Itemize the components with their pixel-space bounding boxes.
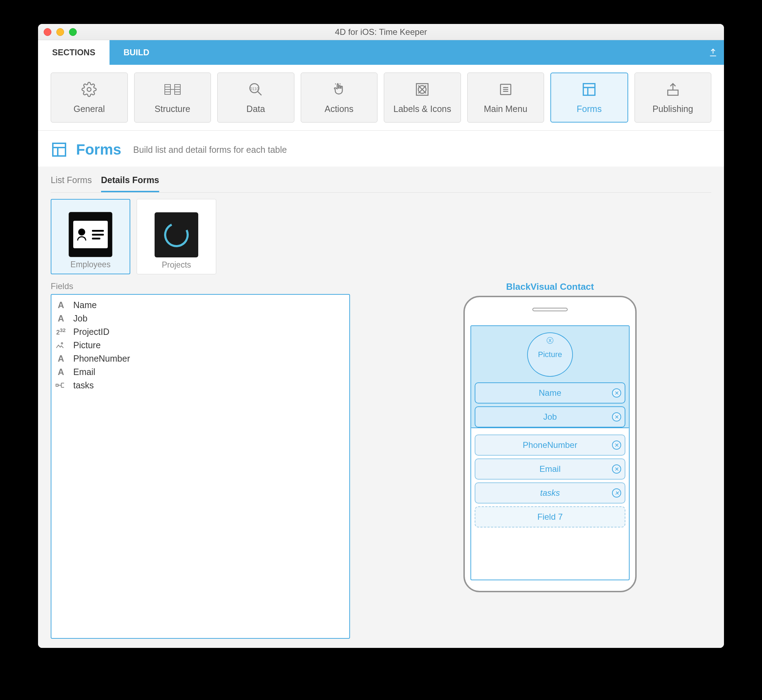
svg-rect-22 bbox=[584, 83, 595, 95]
employees-thumbnail bbox=[69, 212, 112, 257]
nav-forms[interactable]: Forms bbox=[550, 72, 628, 122]
editor-area: Fields A Name A Job 232 ProjectID bbox=[51, 281, 711, 639]
template-name: BlackVisual Contact bbox=[506, 281, 594, 292]
page-subtitle: Build list and detail forms for each tab… bbox=[133, 145, 287, 155]
slot-label: tasks bbox=[540, 488, 560, 498]
svg-rect-26 bbox=[53, 143, 66, 156]
menu-icon bbox=[498, 81, 514, 97]
form-canvas[interactable]: ⓧ Picture Name ✕ Job ✕ bbox=[470, 325, 629, 580]
slot-tasks[interactable]: tasks ✕ bbox=[475, 483, 625, 503]
nav-actions[interactable]: Actions bbox=[301, 72, 378, 122]
forms-icon bbox=[581, 81, 597, 97]
upload-button[interactable] bbox=[702, 40, 724, 65]
structure-icon bbox=[164, 81, 181, 97]
field-label: Email bbox=[73, 367, 95, 377]
subtab-list-forms[interactable]: List Forms bbox=[51, 172, 92, 192]
svg-rect-25 bbox=[668, 90, 678, 95]
nav-main-menu[interactable]: Main Menu bbox=[467, 72, 544, 122]
nav-general[interactable]: General bbox=[51, 72, 128, 122]
field-item-email[interactable]: A Email bbox=[56, 365, 345, 378]
app-window: 4D for iOS: Time Keeper SECTIONS BUILD G… bbox=[38, 24, 724, 648]
remove-icon[interactable]: ✕ bbox=[612, 441, 621, 450]
fields-heading: Fields bbox=[51, 281, 350, 291]
body-section: PhoneNumber ✕ Email ✕ tasks ✕ bbox=[471, 428, 629, 528]
window-title: 4D for iOS: Time Keeper bbox=[38, 27, 724, 37]
nav-labels-icons[interactable]: Labels & Icons bbox=[384, 72, 461, 122]
svg-text:0110: 0110 bbox=[250, 86, 258, 91]
field-item-name[interactable]: A Name bbox=[56, 298, 345, 312]
text-type-icon: A bbox=[56, 367, 66, 377]
integer-type-icon: 232 bbox=[56, 327, 66, 336]
field-item-picture[interactable]: Picture bbox=[56, 338, 345, 352]
subtab-details-forms[interactable]: Details Forms bbox=[101, 172, 159, 192]
field-item-tasks[interactable]: tasks bbox=[56, 378, 345, 392]
forms-heading-icon bbox=[51, 141, 68, 158]
remove-icon[interactable]: ✕ bbox=[612, 464, 621, 473]
top-tabbar: SECTIONS BUILD bbox=[38, 40, 724, 65]
phone-speaker bbox=[532, 308, 568, 311]
field-label: Job bbox=[73, 313, 87, 323]
nav-structure[interactable]: Structure bbox=[134, 72, 211, 122]
page-title: Forms bbox=[76, 141, 121, 158]
slot-name[interactable]: Name ✕ bbox=[475, 383, 625, 403]
traffic-lights bbox=[44, 28, 77, 36]
slot-label: Email bbox=[539, 464, 561, 474]
remove-icon[interactable]: ✕ bbox=[612, 388, 621, 397]
maximize-window-button[interactable] bbox=[69, 28, 77, 36]
section-nav: General Structure 0110 Data Actions bbox=[38, 65, 724, 131]
svg-line-11 bbox=[258, 91, 262, 95]
text-type-icon: A bbox=[56, 353, 66, 364]
remove-icon[interactable]: ✕ bbox=[612, 412, 621, 422]
svg-point-13 bbox=[337, 83, 338, 84]
field-item-projectid[interactable]: 232 ProjectID bbox=[56, 325, 345, 338]
remove-icon[interactable]: ✕ bbox=[612, 488, 621, 497]
nav-label: Actions bbox=[325, 104, 353, 114]
form-subtabs: List Forms Details Forms bbox=[51, 167, 711, 192]
page-heading: Forms Build list and detail forms for ea… bbox=[38, 131, 724, 167]
slot-label: Field 7 bbox=[537, 512, 563, 522]
svg-rect-30 bbox=[56, 384, 58, 386]
nav-label: Data bbox=[247, 104, 265, 114]
tab-sections[interactable]: SECTIONS bbox=[38, 40, 109, 65]
field-label: Name bbox=[73, 300, 97, 310]
table-card-employees[interactable]: Employees bbox=[51, 199, 130, 274]
nav-data[interactable]: 0110 Data bbox=[217, 72, 294, 122]
nav-label: Publishing bbox=[653, 104, 693, 114]
table-card-projects[interactable]: Projects bbox=[137, 199, 216, 274]
field-label: Picture bbox=[73, 340, 101, 350]
table-selector: Employees Projects bbox=[51, 192, 711, 281]
nav-label: Labels & Icons bbox=[393, 104, 451, 114]
field-label: tasks bbox=[73, 380, 94, 391]
remove-icon[interactable]: ⓧ bbox=[547, 336, 554, 345]
slot-placeholder[interactable]: Field 7 bbox=[475, 506, 625, 528]
slot-label: PhoneNumber bbox=[523, 440, 578, 450]
text-type-icon: A bbox=[56, 313, 66, 323]
relation-type-icon bbox=[56, 382, 66, 389]
nav-publishing[interactable]: Publishing bbox=[634, 72, 712, 122]
slot-label: Name bbox=[539, 388, 561, 398]
slot-email[interactable]: Email ✕ bbox=[475, 458, 625, 480]
field-label: PhoneNumber bbox=[73, 353, 130, 364]
field-label: ProjectID bbox=[73, 327, 109, 337]
labels-icon bbox=[414, 81, 430, 97]
field-item-phonenumber[interactable]: A PhoneNumber bbox=[56, 352, 345, 365]
upload-icon bbox=[709, 48, 718, 57]
work-area: List Forms Details Forms bbox=[38, 167, 724, 648]
text-type-icon: A bbox=[56, 300, 66, 310]
table-label: Employees bbox=[70, 260, 111, 269]
field-item-job[interactable]: A Job bbox=[56, 312, 345, 325]
slot-label: Job bbox=[543, 412, 557, 422]
fields-column: Fields A Name A Job 232 ProjectID bbox=[51, 281, 350, 639]
picture-slot[interactable]: ⓧ Picture bbox=[527, 333, 573, 377]
close-window-button[interactable] bbox=[44, 28, 52, 36]
nav-label: Main Menu bbox=[484, 104, 528, 114]
publishing-icon bbox=[665, 81, 681, 97]
nav-label: General bbox=[73, 104, 105, 114]
tab-build[interactable]: BUILD bbox=[109, 40, 163, 65]
svg-point-0 bbox=[87, 88, 91, 91]
tab-spacer bbox=[163, 40, 702, 65]
minimize-window-button[interactable] bbox=[56, 28, 64, 36]
slot-job[interactable]: Job ✕ bbox=[475, 406, 625, 428]
fields-list[interactable]: A Name A Job 232 ProjectID bbox=[51, 294, 350, 639]
slot-phonenumber[interactable]: PhoneNumber ✕ bbox=[475, 434, 625, 456]
